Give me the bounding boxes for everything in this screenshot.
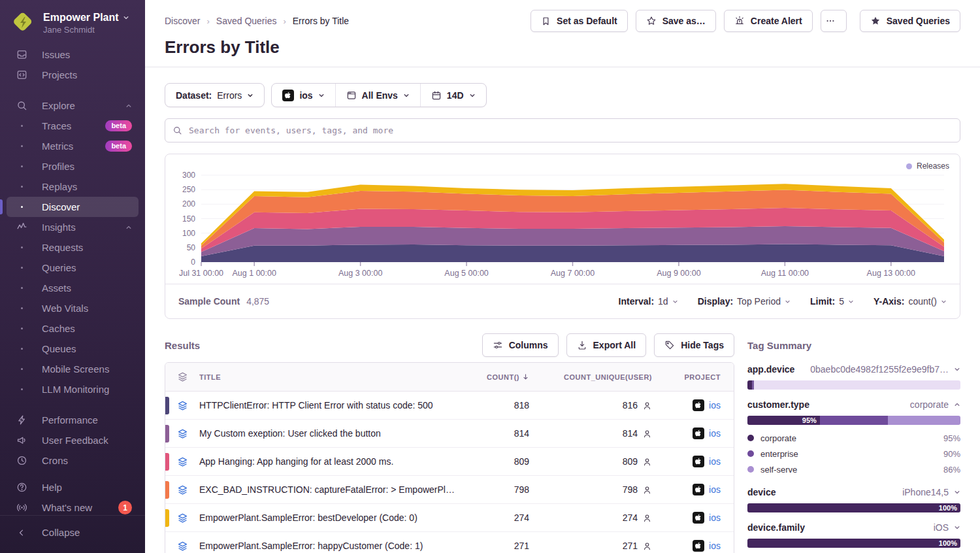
sidebar-item-assets[interactable]: Assets — [7, 278, 139, 298]
sidebar-item-issues[interactable]: Issues — [7, 44, 139, 65]
chevron-down-icon — [403, 92, 410, 99]
save-as-button[interactable]: Save as… — [636, 10, 716, 32]
sidebar-item-discover[interactable]: Discover — [7, 197, 139, 217]
beta-badge: beta — [105, 141, 132, 152]
breadcrumb-saved-queries[interactable]: Saved Queries — [216, 16, 277, 26]
sample-count: Sample Count 4,875 — [178, 296, 269, 307]
tag-distribution-bar[interactable]: 100% — [747, 539, 960, 548]
y-axis-selector[interactable]: Y-Axis: count() — [874, 296, 947, 307]
project-link[interactable]: ios — [709, 456, 721, 467]
stacked-area-chart[interactable]: 050100150200250300Jul 31 00:00Aug 1 00:0… — [165, 154, 960, 284]
tag-section-header[interactable]: deviceiPhone14,5 — [747, 485, 960, 499]
project-link[interactable]: ios — [709, 512, 721, 523]
layers-icon[interactable] — [177, 456, 188, 467]
layers-icon[interactable] — [177, 400, 188, 411]
tag-summary-title: Tag Summary — [747, 340, 811, 351]
bullet-icon — [16, 246, 27, 248]
tag-bar-segment: 100% — [747, 539, 960, 548]
tag-distribution-bar[interactable]: 100% — [747, 503, 960, 512]
sidebar-item-web-vitals[interactable]: Web Vitals — [7, 298, 139, 318]
sidebar-item-queries[interactable]: Queries — [7, 258, 139, 278]
more-options-button[interactable] — [821, 10, 847, 32]
sidebar-item-crons[interactable]: Crons — [7, 450, 139, 471]
tag-distribution-bar[interactable]: 95% — [747, 416, 960, 425]
tag-value: 0baebc0de4982f1255f2e9e9fb7… — [810, 364, 949, 375]
date-range-filter[interactable]: 14D — [420, 84, 486, 107]
project-link[interactable]: ios — [709, 484, 721, 495]
project-filter[interactable]: ios — [272, 84, 335, 107]
breadcrumb-discover[interactable]: Discover — [165, 16, 200, 26]
project-link[interactable]: ios — [709, 400, 721, 411]
interval-selector[interactable]: Interval: 1d — [619, 296, 678, 307]
sidebar-item-llm-monitoring[interactable]: LLM Monitoring — [7, 379, 139, 399]
sidebar-item-queues[interactable]: Queues — [7, 339, 139, 359]
project-link[interactable]: ios — [709, 428, 721, 439]
sidebar-item-traces[interactable]: Tracesbeta — [7, 116, 139, 136]
chevron-down-icon — [954, 366, 960, 373]
columns-button[interactable]: Columns — [482, 333, 559, 357]
column-header-title[interactable]: TITLE — [199, 373, 466, 381]
sidebar-item-profiles[interactable]: Profiles — [7, 156, 139, 176]
environment-filter[interactable]: All Envs — [335, 84, 420, 107]
tag-section-header[interactable]: device.familyiOS — [747, 520, 960, 535]
tag-value-label: self-serve — [760, 465, 797, 475]
tag-distribution-bar[interactable] — [747, 380, 960, 390]
column-header-count-unique[interactable]: COUNT_UNIQUE(USER) — [534, 373, 652, 381]
export-all-button[interactable]: Export All — [566, 333, 647, 357]
tag-value-row[interactable]: corporate95% — [747, 430, 960, 446]
org-switcher[interactable]: Empower Plant Jane Schmidt — [0, 0, 145, 44]
sidebar-item-insights[interactable]: Insights — [7, 217, 139, 237]
window-icon — [346, 90, 357, 101]
bullet-icon — [16, 186, 27, 188]
create-alert-button[interactable]: Create Alert — [724, 10, 813, 32]
sidebar-collapse-button[interactable]: Collapse — [7, 522, 139, 543]
bullet-icon — [16, 327, 27, 329]
table-row[interactable]: HTTPClientError: HTTP Client Error with … — [165, 392, 734, 420]
bullet-icon — [16, 125, 27, 127]
hide-tags-button[interactable]: Hide Tags — [654, 333, 734, 357]
column-header-project[interactable]: PROJECT — [652, 373, 734, 381]
tag-section-header[interactable]: app.device0baebc0de4982f1255f2e9e9fb7… — [747, 362, 960, 377]
layers-icon[interactable] — [177, 512, 188, 524]
table-row[interactable]: EXC_BAD_INSTRUCTION: captureFatalError: … — [165, 476, 734, 504]
row-count-unique: 271 — [623, 541, 638, 551]
sidebar-item-projects[interactable]: Projects — [7, 65, 139, 85]
tag-value-percentage: 95% — [943, 433, 960, 443]
layers-icon[interactable] — [177, 541, 188, 552]
svg-text:200: 200 — [182, 199, 195, 209]
sidebar-item-replays[interactable]: Replays — [7, 176, 139, 197]
tag-section-header[interactable]: customer.typecorporate — [747, 397, 960, 412]
table-row[interactable]: EmpowerPlant.SampleError: bestDeveloper … — [165, 504, 734, 532]
chevron-left-icon — [16, 528, 27, 537]
table-row[interactable]: App Hanging: App hanging for at least 20… — [165, 448, 734, 476]
tag-summary-panel: Tag Summary app.device0baebc0de4982f1255… — [747, 333, 960, 553]
tag-key: device — [747, 487, 776, 497]
sidebar-item-performance[interactable]: Performance — [7, 410, 139, 430]
search-input[interactable] — [165, 118, 960, 142]
tag-value-label: enterprise — [760, 449, 798, 459]
sidebar-item-user-feedback[interactable]: User Feedback — [7, 430, 139, 450]
layers-icon[interactable] — [177, 484, 188, 495]
limit-selector[interactable]: Limit: 5 — [810, 296, 854, 307]
saved-queries-button[interactable]: Saved Queries — [860, 10, 960, 32]
set-as-default-button[interactable]: Set as Default — [531, 10, 628, 32]
sidebar-item-requests[interactable]: Requests — [7, 237, 139, 258]
project-link[interactable]: ios — [709, 541, 721, 551]
tag-value-row[interactable]: enterprise90% — [747, 446, 960, 461]
chevron-down-icon — [954, 524, 960, 531]
sidebar-item-explore[interactable]: Explore — [7, 95, 139, 116]
row-count-unique: 816 — [623, 400, 638, 411]
dataset-selector[interactable]: Dataset: Errors — [165, 83, 265, 107]
table-row[interactable]: My Custom exeption: User clicked the but… — [165, 420, 734, 448]
sidebar-item-metrics[interactable]: Metricsbeta — [7, 136, 139, 156]
layers-icon[interactable] — [177, 428, 188, 439]
table-row[interactable]: EmpowerPlant.SampleError: happyCustomer … — [165, 532, 734, 553]
sidebar-item-mobile-screens[interactable]: Mobile Screens — [7, 359, 139, 379]
chart-legend[interactable]: Releases — [906, 161, 949, 171]
sidebar-item-caches[interactable]: Caches — [7, 318, 139, 339]
tag-value-row[interactable]: self-serve86% — [747, 461, 960, 477]
row-count: 818 — [466, 400, 534, 411]
column-header-count[interactable]: COUNT() — [466, 373, 534, 381]
display-selector[interactable]: Display: Top Period — [698, 296, 791, 307]
sidebar-item-help[interactable]: Help — [7, 477, 139, 497]
